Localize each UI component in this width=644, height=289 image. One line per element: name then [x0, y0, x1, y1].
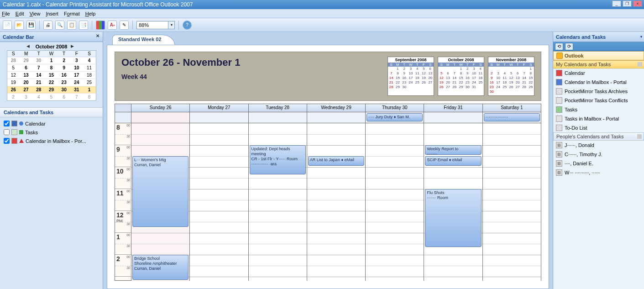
paste-icon[interactable]: 📑: [79, 21, 88, 30]
day-body[interactable]: Weekly Report to ·········SCIP Email ♦ e…: [424, 123, 482, 281]
copy-icon[interactable]: 📋: [67, 21, 76, 30]
my-calendars-header[interactable]: My Calendars and Tasks: [553, 60, 644, 68]
panel-title: Calendar Bar: [3, 34, 34, 40]
expand-icon[interactable]: [638, 62, 642, 67]
day-body[interactable]: [190, 123, 248, 281]
allday-cell[interactable]: [307, 112, 365, 123]
new-icon[interactable]: 📄: [3, 21, 12, 30]
menu-help[interactable]: Help: [85, 11, 96, 16]
close-button[interactable]: ×: [633, 0, 642, 7]
grid-icon[interactable]: [96, 21, 105, 30]
chevron-down-icon[interactable]: ▾: [640, 35, 642, 39]
list-item[interactable]: Calendar: [3, 119, 100, 128]
mini-calendar[interactable]: SMTWTFS282930123456789101112131415161718…: [7, 50, 96, 101]
day-body[interactable]: [366, 123, 424, 281]
back-icon[interactable]: ⟲: [555, 43, 563, 50]
allday-event[interactable]: ····················: [484, 113, 540, 121]
my-calendars-list: CalendarCalendar in Mailbox - PortalPock…: [553, 68, 644, 132]
minimize-button[interactable]: _: [612, 0, 621, 7]
allday-event[interactable]: ····· Jury Duty ♦ San M.: [367, 113, 423, 121]
color-swatch: [11, 121, 17, 126]
zoom-input[interactable]: [136, 21, 168, 29]
person-icon: ⊞: [556, 151, 562, 158]
help-icon[interactable]: ?: [183, 21, 192, 30]
appt-scip-email[interactable]: SCIP Email ♦ eMail: [425, 156, 481, 166]
font-icon[interactable]: Aa: [108, 21, 117, 30]
checkbox[interactable]: [4, 121, 10, 126]
close-panel-icon[interactable]: ✕: [94, 33, 101, 40]
outlook-icon: [556, 53, 563, 59]
day-column: Tuesday 28Updated: Dept heads meeting CR…: [249, 104, 307, 280]
checkbox[interactable]: [4, 138, 10, 144]
day-column: Saturday 1····················: [483, 104, 541, 280]
list-item[interactable]: ⊞C······, Timothy J.: [553, 150, 644, 159]
menu-bar: File Edit View Insert Format Help: [0, 9, 644, 18]
print-page: October 26 - November 1 Week 44 Septembe…: [107, 45, 549, 289]
list-item[interactable]: ⊞····, Daniel E.: [553, 159, 644, 168]
forward-icon[interactable]: ⟳: [565, 43, 573, 50]
list-item[interactable]: Calendar in Mailbox - Por...: [3, 137, 100, 145]
appt-bridge-school[interactable]: Bridge School Shoreline Amphitheater Cur…: [132, 255, 188, 280]
allday-cell[interactable]: [190, 112, 248, 123]
list-item[interactable]: PocketMirror Tasks Conflicts: [553, 96, 644, 105]
list-item[interactable]: Tasks: [3, 128, 100, 137]
appt-ar-list[interactable]: AR List to Japan ♦ eMail: [308, 156, 364, 166]
open-icon[interactable]: 📂: [15, 21, 24, 30]
zoom-control[interactable]: ▾: [136, 21, 175, 29]
print-icon[interactable]: 🖨: [43, 21, 52, 30]
list-item[interactable]: PocketMirror Tasks Archives: [553, 87, 644, 96]
outlook-header[interactable]: Outlook: [553, 51, 644, 60]
appt-weekly-report[interactable]: Weekly Report to ·········: [425, 145, 481, 155]
menu-insert[interactable]: Insert: [46, 11, 58, 16]
allday-cell[interactable]: [131, 112, 189, 123]
list-item[interactable]: Calendar: [553, 68, 644, 78]
week-grid: 800309003010003011003012PM00301003020030…: [115, 104, 541, 281]
tab-standard-week[interactable]: Standard Week 02: [112, 35, 175, 45]
allday-cell[interactable]: [249, 112, 307, 123]
day-header: Friday 31: [424, 104, 482, 112]
menu-file[interactable]: File: [2, 11, 10, 16]
list-item[interactable]: To-Do List: [553, 123, 644, 132]
appt-womens-mtg[interactable]: L··· Women's Mtg Curran, Daniel: [132, 156, 188, 227]
prev-month-icon[interactable]: ◀: [26, 44, 32, 49]
menu-format[interactable]: Format: [64, 11, 80, 16]
appt-dept-heads[interactable]: Updated: Dept heads meeting CR - 1st Flr…: [250, 145, 306, 174]
list-item[interactable]: Tasks: [553, 105, 644, 114]
appt-flu-shots[interactable]: Flu Shots ········ Room: [425, 189, 481, 247]
menu-view[interactable]: View: [30, 11, 41, 16]
maximize-button[interactable]: ❐: [623, 0, 632, 7]
task-icon: [556, 125, 562, 131]
person-icon: ⊞: [556, 142, 562, 148]
list-item[interactable]: Calendar in Mailbox - Portal: [553, 78, 644, 87]
day-body[interactable]: AR List to Japan ♦ eMail: [307, 123, 365, 281]
save-icon[interactable]: 💾: [26, 21, 36, 30]
task-icon: [556, 116, 562, 122]
checkbox[interactable]: [4, 129, 10, 135]
day-body[interactable]: [483, 123, 541, 281]
day-column: Thursday 30····· Jury Duty ♦ San M.: [366, 104, 424, 280]
hour-label: 100030: [115, 167, 131, 189]
day-body[interactable]: L··· Women's Mtg Curran, DanielBridge Sc…: [131, 123, 189, 281]
day-body[interactable]: Updated: Dept heads meeting CR - 1st Flr…: [249, 123, 307, 281]
item-label: ····, Daniel E.: [565, 161, 593, 166]
expand-icon[interactable]: [637, 134, 642, 139]
zoom-dropdown-icon[interactable]: ▾: [168, 21, 175, 29]
hour-label: 10030: [115, 233, 131, 255]
day-header: Thursday 30: [366, 104, 424, 112]
menu-edit[interactable]: Edit: [16, 11, 24, 16]
preview-icon[interactable]: 🔍: [55, 21, 64, 30]
peoples-calendars-header[interactable]: People's Calendars and Tasks: [553, 132, 644, 141]
list-item[interactable]: Tasks in Mailbox - Portal: [553, 114, 644, 123]
hour-label: 12PM0030: [115, 211, 131, 233]
allday-cell[interactable]: ····················: [483, 112, 541, 123]
edit-icon[interactable]: ✎: [120, 21, 129, 30]
next-month-icon[interactable]: ▶: [71, 44, 76, 49]
list-item[interactable]: ⊞W··· ··········, ······: [553, 168, 644, 177]
list-item[interactable]: ⊞J······, Donald: [553, 141, 644, 150]
page-header: October 26 - November 1 Week 44 Septembe…: [115, 52, 541, 101]
peoples-calendars-list: ⊞J······, Donald⊞C······, Timothy J.⊞···…: [553, 141, 644, 177]
panel-title: Calendars and Tasks: [556, 34, 606, 40]
hour-label: 110030: [115, 189, 131, 211]
allday-cell[interactable]: ····· Jury Duty ♦ San M.: [366, 112, 424, 123]
allday-cell[interactable]: [424, 112, 482, 123]
